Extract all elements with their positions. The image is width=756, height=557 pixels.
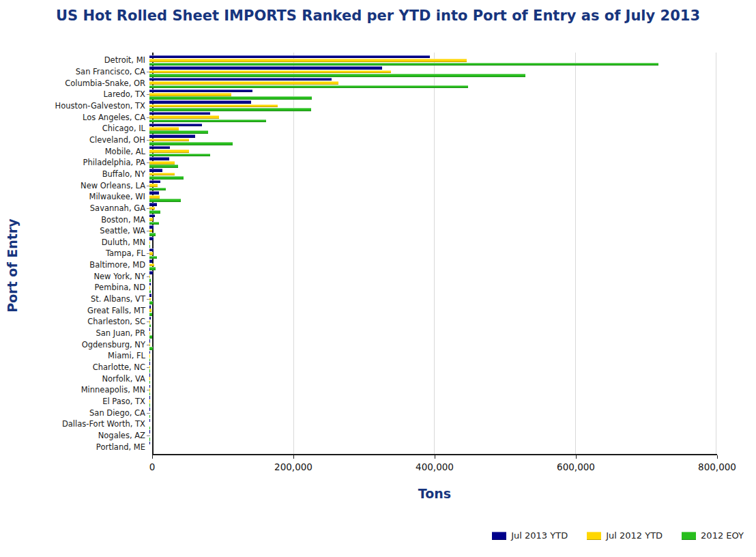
bar-2012-eoy <box>149 301 153 304</box>
category-label: Norfolk, VA <box>0 374 149 384</box>
legend: Jul 2013 YTDJul 2012 YTD2012 EOY <box>492 530 744 541</box>
bar-jul-2013-ytd <box>149 157 169 160</box>
bar-jul-2012-ytd <box>149 195 160 199</box>
bar-2012-eoy <box>149 290 151 294</box>
bar-group <box>149 237 717 248</box>
bar-2012-eoy <box>149 324 151 328</box>
x-axis-title: Tons <box>152 486 717 501</box>
chart-row-mobile-al: Mobile, AL <box>0 145 717 157</box>
bar-jul-2013-ytd <box>149 191 159 195</box>
bar-group <box>149 203 717 214</box>
bar-group <box>149 77 717 88</box>
bar-jul-2013-ytd <box>149 283 151 286</box>
bar-2012-eoy <box>149 108 311 111</box>
chart-row-charlotte-nc: Charlotte, NC <box>0 362 717 373</box>
bar-2012-eoy <box>149 119 266 123</box>
chart-row-great-falls-mt: Great Falls, MT <box>0 304 717 316</box>
chart-row-nogales-az: Nogales, AZ <box>0 430 717 442</box>
bar-jul-2013-ytd <box>149 271 153 274</box>
category-label: New Orleans, LA <box>0 181 149 190</box>
bar-group <box>149 316 717 327</box>
chart-row-buffalo-ny: Buffalo, NY <box>0 169 717 180</box>
bar-jul-2012-ytd <box>149 252 153 255</box>
chart-title: US Hot Rolled Sheet IMPORTS Ranked per Y… <box>0 8 756 24</box>
bar-jul-2013-ytd <box>149 351 150 354</box>
category-label: San Diego, CA <box>0 408 149 418</box>
bar-2012-eoy <box>149 347 153 350</box>
legend-swatch <box>682 532 696 540</box>
bar-group <box>149 305 717 316</box>
category-label: San Francisco, CA <box>0 67 149 76</box>
bar-jul-2013-ytd <box>149 259 152 263</box>
bar-group <box>149 282 717 293</box>
chart-row-savannah-ga: Savannah, GA <box>0 203 717 214</box>
bar-group <box>149 418 717 429</box>
bar-group <box>149 328 717 339</box>
bar-jul-2012-ytd <box>149 309 151 312</box>
bar-jul-2013-ytd <box>149 180 160 184</box>
bar-jul-2013-ytd <box>149 100 251 104</box>
category-label: Houston-Galveston, TX <box>0 101 149 111</box>
bar-jul-2012-ytd <box>149 263 154 267</box>
category-label: Mobile, AL <box>0 147 149 156</box>
x-tick-label: 600,000 <box>557 461 595 472</box>
x-axis-ticks: 0200,000400,000600,000800,000 <box>152 455 717 476</box>
category-label: Charleston, SC <box>0 317 149 326</box>
bar-group <box>149 294 717 304</box>
bar-jul-2012-ytd <box>149 104 278 108</box>
category-label: Great Falls, MT <box>0 306 149 315</box>
bar-jul-2012-ytd <box>149 275 150 278</box>
x-tick-label: 400,000 <box>416 461 454 472</box>
chart-row-pembina-nd: Pembina, ND <box>0 282 717 294</box>
bar-jul-2013-ytd <box>149 134 195 138</box>
chart-row-chicago-il: Chicago, IL <box>0 123 717 134</box>
chart-row-houston-galveston-tx: Houston-Galveston, TX <box>0 100 717 112</box>
category-label: San Juan, PR <box>0 328 149 338</box>
chart-row-milwaukee-wi: Milwaukee, WI <box>0 191 717 203</box>
category-label: New York, NY <box>0 272 149 281</box>
bar-2012-eoy <box>149 233 156 236</box>
chart-row-seattle-wa: Seattle, WA <box>0 225 717 237</box>
bar-group <box>149 441 717 452</box>
category-label: El Paso, TX <box>0 397 149 406</box>
bar-group <box>149 180 717 190</box>
bar-group <box>149 111 717 122</box>
bar-group <box>149 259 717 270</box>
bar-jul-2012-ytd <box>149 59 467 62</box>
legend-swatch <box>587 532 601 540</box>
bar-2012-eoy <box>149 210 160 214</box>
category-label: Baltimore, MD <box>0 260 149 270</box>
bar-2012-eoy <box>149 313 152 316</box>
bar-group <box>149 66 717 77</box>
category-label: Philadelphia, PA <box>0 158 149 167</box>
category-label: Chicago, IL <box>0 124 149 133</box>
chart-row-minneapolis-mn: Minneapolis, MN <box>0 384 717 396</box>
bar-2012-eoy <box>149 244 150 248</box>
x-tickmark <box>576 455 577 459</box>
bar-jul-2013-ytd <box>149 317 151 320</box>
legend-swatch <box>492 532 506 540</box>
chart-row-tampa-fl: Tampa, FL <box>0 248 717 259</box>
category-label: Charlotte, NC <box>0 362 149 372</box>
bar-jul-2013-ytd <box>149 248 154 252</box>
category-label: St. Albans, VT <box>0 294 149 304</box>
category-label: Boston, MA <box>0 215 149 225</box>
legend-label: Jul 2013 YTD <box>511 530 568 541</box>
chart-row-san-diego-ca: San Diego, CA <box>0 407 717 418</box>
chart-row-cleveland-oh: Cleveland, OH <box>0 134 717 146</box>
bar-group <box>149 134 717 145</box>
bar-jul-2012-ytd <box>149 127 179 130</box>
bar-jul-2013-ytd <box>149 146 170 149</box>
category-label: Los Angeles, CA <box>0 113 149 122</box>
category-label: Savannah, GA <box>0 203 149 213</box>
bar-group <box>149 169 717 180</box>
chart-row-new-orleans-la: New Orleans, LA <box>0 180 717 191</box>
bar-jul-2012-ytd <box>149 81 338 85</box>
chart-row-norfolk-va: Norfolk, VA <box>0 373 717 384</box>
bar-jul-2012-ytd <box>149 207 155 210</box>
bar-jul-2013-ytd <box>149 112 210 115</box>
chart-row-detroit-mi: Detroit, MI <box>0 55 717 66</box>
chart-row-laredo-tx: Laredo, TX <box>0 89 717 100</box>
bar-group <box>149 407 717 418</box>
chart-row-st-albans-vt: St. Albans, VT <box>0 294 717 305</box>
